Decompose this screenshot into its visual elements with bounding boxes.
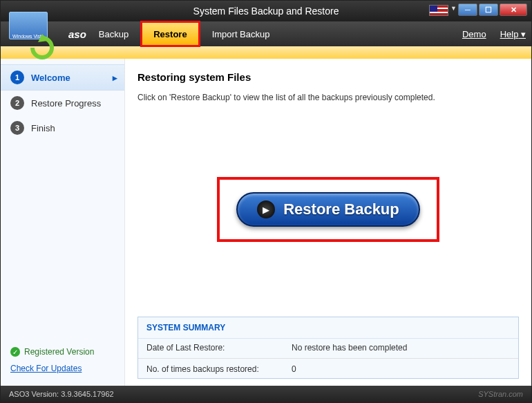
tab-backup[interactable]: Backup <box>86 21 141 46</box>
summary-value: 0 <box>292 364 296 374</box>
app-window: System Files Backup and Restore ▼ ─ ☐ ✕ … <box>0 0 532 403</box>
titlebar: System Files Backup and Restore ▼ ─ ☐ ✕ <box>1 1 531 21</box>
step-finish[interactable]: 3 Finish <box>1 115 124 140</box>
summary-row-times-restored: No. of times backups restored: 0 <box>138 360 518 378</box>
maximize-button[interactable]: ☐ <box>479 3 498 16</box>
step-label: Welcome <box>31 73 70 83</box>
summary-label: No. of times backups restored: <box>146 364 292 374</box>
demo-link[interactable]: Demo <box>462 29 486 39</box>
summary-title: SYSTEM SUMMARY <box>138 317 518 339</box>
step-number-icon: 2 <box>10 96 24 110</box>
summary-label: Date of Last Restore: <box>146 343 292 353</box>
watermark: SYStran.com <box>478 390 523 398</box>
step-welcome[interactable]: 1 Welcome <box>1 64 124 91</box>
restore-backup-button[interactable]: ▶ Restore Backup <box>236 192 420 227</box>
version-label: ASO3 Version: 3.9.3645.17962 <box>9 390 114 398</box>
check-icon: ✓ <box>10 347 20 357</box>
divider <box>138 358 518 359</box>
step-label: Finish <box>31 123 55 133</box>
center-zone: ▶ Restore Backup <box>137 102 519 317</box>
tab-restore[interactable]: Restore <box>141 21 199 46</box>
help-link[interactable]: Help ▾ <box>500 29 526 39</box>
accent-strip <box>1 46 531 59</box>
window-controls: ─ ☐ ✕ <box>458 3 527 16</box>
check-updates-link[interactable]: Check For Updates <box>10 364 82 373</box>
instruction-text: Click on 'Restore Backup' to view the li… <box>137 93 519 102</box>
step-number-icon: 1 <box>10 71 24 84</box>
body: 1 Welcome 2 Restore Progress 3 Finish ✓ … <box>1 59 531 386</box>
menubar: Windows Vista aso Backup Restore Import … <box>1 21 531 46</box>
window-title: System Files Backup and Restore <box>193 6 339 17</box>
language-dropdown-icon[interactable]: ▼ <box>450 5 457 12</box>
page-heading: Restoring system Files <box>137 71 519 83</box>
step-label: Restore Progress <box>31 98 101 109</box>
summary-row-last-restore: Date of Last Restore: No restore has bee… <box>138 339 518 357</box>
statusbar: ASO3 Version: 3.9.3645.17962 SYStran.com <box>1 386 531 402</box>
play-icon: ▶ <box>257 200 275 218</box>
summary-value: No restore has been completed <box>292 343 407 353</box>
main-panel: Restoring system Files Click on 'Restore… <box>125 59 531 386</box>
step-number-icon: 3 <box>10 121 24 135</box>
sidebar-footer: ✓ Registered Version Check For Updates <box>1 340 124 386</box>
sidebar: 1 Welcome 2 Restore Progress 3 Finish ✓ … <box>1 59 125 386</box>
refresh-arrows-icon <box>28 34 56 62</box>
restore-highlight-box: ▶ Restore Backup <box>217 177 439 242</box>
system-summary-panel: SYSTEM SUMMARY Date of Last Restore: No … <box>137 317 519 379</box>
step-restore-progress[interactable]: 2 Restore Progress <box>1 91 124 115</box>
tab-import-backup[interactable]: Import Backup <box>200 21 283 46</box>
registered-badge: ✓ Registered Version <box>10 347 115 357</box>
minimize-button[interactable]: ─ <box>458 3 477 16</box>
language-flag-icon[interactable] <box>429 5 448 16</box>
restore-button-label: Restore Backup <box>283 200 399 218</box>
close-button[interactable]: ✕ <box>500 3 527 16</box>
brand-label: aso <box>68 28 86 40</box>
